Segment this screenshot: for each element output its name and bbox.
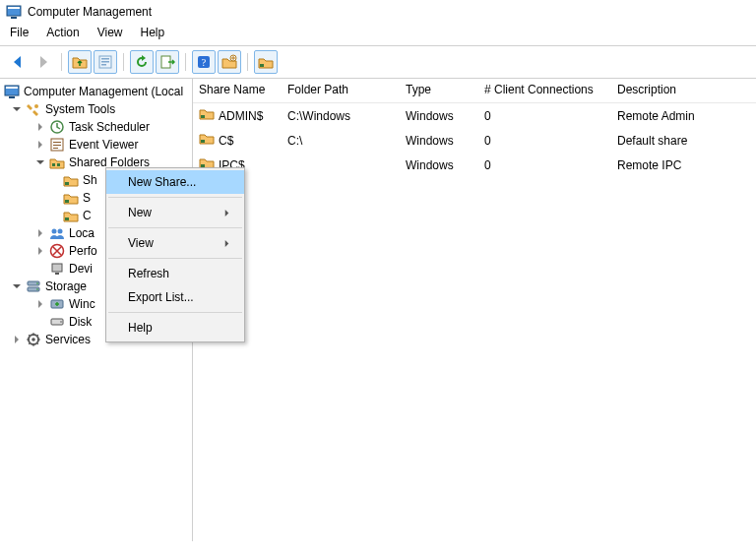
app-icon xyxy=(4,84,20,99)
tree-task-scheduler[interactable]: Task Scheduler xyxy=(0,118,192,136)
cell: 0 xyxy=(478,153,611,177)
tree-label: Storage xyxy=(45,278,87,294)
share-icon xyxy=(199,130,215,151)
refresh-button[interactable] xyxy=(130,50,154,74)
cell: Windows xyxy=(400,128,478,153)
ctx-separator xyxy=(108,312,242,313)
expand-icon[interactable] xyxy=(35,299,45,309)
share-icon xyxy=(199,105,215,126)
table-row[interactable]: ADMIN$ C:\Windows Windows 0 Remote Admin xyxy=(193,103,756,129)
ctx-separator xyxy=(108,197,242,198)
menu-action[interactable]: Action xyxy=(46,26,79,39)
tree-label: S xyxy=(83,190,91,206)
toolbar-divider xyxy=(247,53,248,71)
event-icon xyxy=(49,137,65,153)
table-row[interactable]: IPC$ Windows 0 Remote IPC xyxy=(193,153,756,177)
expand-icon[interactable] xyxy=(35,246,45,256)
share-icon xyxy=(63,208,79,223)
share-icon xyxy=(63,190,79,206)
col-client-conn[interactable]: # Client Connections xyxy=(478,79,611,103)
menu-help[interactable]: Help xyxy=(141,26,165,39)
tree-label: Services xyxy=(45,332,91,347)
expand-icon[interactable] xyxy=(35,140,45,150)
expand-icon[interactable] xyxy=(12,335,22,344)
help-button[interactable] xyxy=(192,50,216,74)
col-folder-path[interactable]: Folder Path xyxy=(282,79,400,103)
expand-icon[interactable] xyxy=(35,122,45,132)
tree-label: Perfo xyxy=(69,243,97,259)
toolbar-divider xyxy=(123,53,124,71)
tree-label: Winc xyxy=(69,296,95,312)
properties-button[interactable] xyxy=(94,50,117,74)
cell: Remote IPC xyxy=(611,153,756,177)
toolbar-divider xyxy=(185,53,186,71)
toolbar-divider xyxy=(61,53,62,71)
tree-system-tools[interactable]: System Tools xyxy=(0,100,192,118)
tree-event-viewer[interactable]: Event Viewer xyxy=(0,136,192,154)
col-description[interactable]: Description xyxy=(611,79,756,103)
menu-view[interactable]: View xyxy=(97,26,123,39)
col-share-name[interactable]: Share Name xyxy=(193,79,282,103)
disk-icon xyxy=(49,314,65,330)
cell: Remote Admin xyxy=(611,103,756,129)
submenu-arrow-icon xyxy=(223,236,230,250)
tree-root[interactable]: Computer Management (Local xyxy=(0,83,192,100)
forward-button[interactable] xyxy=(32,50,55,74)
back-button[interactable] xyxy=(6,50,30,74)
ctx-new-share[interactable]: New Share... xyxy=(106,170,244,194)
clock-icon xyxy=(49,119,65,135)
ctx-separator xyxy=(108,258,242,259)
ctx-label: New Share... xyxy=(128,175,196,189)
cell: C:\Windows xyxy=(282,103,400,129)
expand-icon[interactable] xyxy=(12,281,22,291)
up-button[interactable] xyxy=(68,50,92,74)
menu-file[interactable]: File xyxy=(10,26,29,39)
cell: C$ xyxy=(219,132,233,150)
device-icon xyxy=(49,261,65,277)
tree-label: Sh xyxy=(83,172,97,188)
share-icon xyxy=(63,172,79,188)
cell: 0 xyxy=(478,103,611,129)
ctx-label: New xyxy=(128,206,152,219)
ctx-separator xyxy=(108,227,242,228)
ctx-label: Refresh xyxy=(128,267,169,280)
toolbar xyxy=(0,46,756,79)
shared-folder-icon xyxy=(49,155,65,170)
table-row[interactable]: C$ C:\ Windows 0 Default share xyxy=(193,128,756,153)
cell: 0 xyxy=(478,128,611,153)
ctx-help[interactable]: Help xyxy=(106,316,244,340)
tree-label: System Tools xyxy=(45,101,115,117)
menu-bar: File Action View Help xyxy=(0,22,756,43)
ctx-view[interactable]: View xyxy=(106,231,244,255)
backup-icon xyxy=(49,296,65,312)
cell: Windows xyxy=(400,153,478,177)
app-icon xyxy=(6,4,22,20)
export-button[interactable] xyxy=(156,50,179,74)
tree-label: Loca xyxy=(69,225,94,241)
services-icon xyxy=(26,332,41,347)
expand-icon[interactable] xyxy=(35,228,45,238)
perf-icon xyxy=(49,243,65,259)
storage-icon xyxy=(26,278,41,294)
submenu-arrow-icon xyxy=(223,206,230,219)
title-bar: Computer Management xyxy=(0,0,756,22)
ctx-refresh[interactable]: Refresh xyxy=(106,262,244,285)
cell: ADMIN$ xyxy=(219,107,263,125)
col-type[interactable]: Type xyxy=(400,79,478,103)
share-button[interactable] xyxy=(254,50,278,74)
cell xyxy=(282,153,400,177)
ctx-label: Help xyxy=(128,321,153,335)
tree-label: Disk xyxy=(69,314,92,330)
new-share-button[interactable] xyxy=(218,50,241,74)
context-menu: New Share... New View Refresh Export Lis… xyxy=(105,167,245,342)
expand-icon[interactable] xyxy=(35,157,45,167)
ctx-export-list[interactable]: Export List... xyxy=(106,285,244,309)
ctx-label: Export List... xyxy=(128,290,194,304)
tree-label: C xyxy=(83,208,92,223)
expand-icon[interactable] xyxy=(12,104,22,114)
list-panel: Share Name Folder Path Type # Client Con… xyxy=(193,79,756,541)
window-title: Computer Management xyxy=(28,5,152,19)
tools-icon xyxy=(26,101,41,117)
cell: Windows xyxy=(400,103,478,129)
ctx-new[interactable]: New xyxy=(106,201,244,224)
